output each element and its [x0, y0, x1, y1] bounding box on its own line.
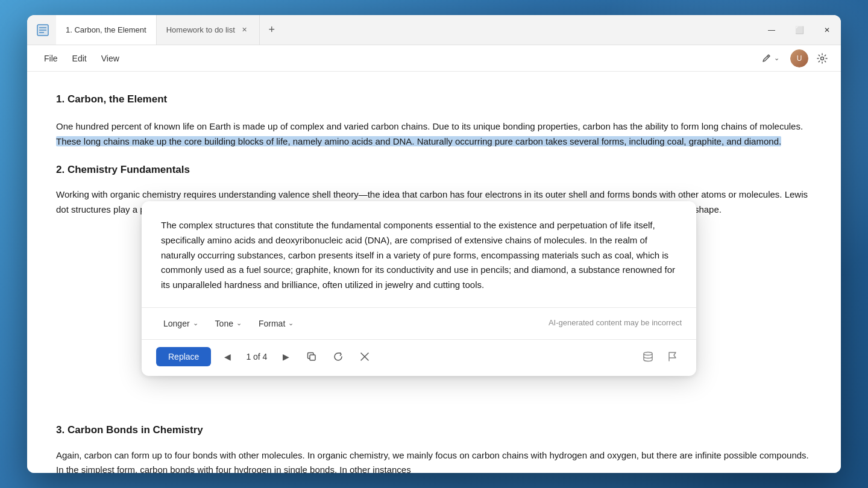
app-icon: [34, 22, 51, 39]
tone-label: Tone: [215, 319, 233, 328]
tab-carbon[interactable]: 1. Carbon, the Element: [56, 15, 157, 45]
svg-point-6: [821, 57, 824, 60]
tabs-area: 1. Carbon, the Element Homework to do li…: [56, 15, 758, 45]
doc-paragraph-1: One hundred percent of known life on Ear…: [56, 119, 812, 149]
doc-heading-1: 1. Carbon, the Element: [56, 91, 812, 107]
pen-chevron: ⌄: [774, 54, 779, 62]
doc-heading-3: 3. Carbon Bonds in Chemistry: [56, 422, 812, 438]
database-icon-btn[interactable]: [638, 347, 658, 366]
database-icon: [642, 351, 654, 363]
replace-button[interactable]: Replace: [156, 347, 211, 366]
ai-text: The complex structures that constitute t…: [161, 220, 675, 290]
suggestion-counter: 1 of 4: [244, 350, 269, 363]
close-button[interactable]: ✕: [813, 15, 841, 45]
titlebar: 1. Carbon, the Element Homework to do li…: [27, 15, 841, 45]
refresh-button[interactable]: [329, 347, 348, 366]
tab-homework-close[interactable]: ✕: [240, 25, 250, 35]
menubar: File Edit View ⌄ U: [27, 45, 841, 72]
copy-icon: [306, 351, 317, 362]
copy-button[interactable]: [302, 347, 321, 366]
doc-heading-2: 2. Chemistry Fundamentals: [56, 161, 812, 178]
longer-chevron: ⌄: [193, 319, 198, 327]
document-content[interactable]: 1. Carbon, the Element One hundred perce…: [27, 72, 841, 473]
close-ai-button[interactable]: [355, 347, 374, 366]
tab-homework-label: Homework to do list: [166, 25, 235, 34]
tone-chevron: ⌄: [236, 319, 242, 327]
menubar-right: ⌄ U: [755, 49, 831, 67]
app-window: 1. Carbon, the Element Homework to do li…: [27, 15, 841, 473]
flag-icon: [666, 351, 678, 363]
svg-rect-7: [310, 355, 315, 360]
refresh-icon: [333, 351, 344, 362]
tab-new-button[interactable]: +: [260, 15, 284, 45]
ai-toolbar: Longer ⌄ Tone ⌄ Format ⌄ AI-generated co…: [142, 307, 696, 339]
next-suggestion-button[interactable]: ▶: [277, 348, 295, 366]
menu-file[interactable]: File: [37, 50, 65, 67]
menu-edit[interactable]: Edit: [65, 50, 94, 67]
avatar[interactable]: U: [790, 49, 808, 67]
flag-icon-btn[interactable]: [662, 347, 682, 366]
minimize-button[interactable]: —: [758, 15, 785, 45]
format-label: Format: [259, 319, 285, 328]
format-chevron: ⌄: [288, 319, 294, 327]
longer-label: Longer: [163, 319, 190, 328]
window-controls: — ⬜ ✕: [758, 15, 841, 45]
tone-button[interactable]: Tone ⌄: [208, 315, 249, 332]
ai-generated-content: The complex structures that constitute t…: [142, 201, 696, 307]
close-icon: [360, 352, 370, 361]
svg-point-10: [644, 352, 652, 355]
pen-icon: [761, 53, 772, 64]
para1-highlight: These long chains make up the core build…: [56, 136, 781, 146]
right-action-icons: [638, 347, 682, 366]
svg-line-5: [767, 56, 769, 57]
ai-popup: The complex structures that constitute t…: [142, 201, 696, 376]
pen-toolbar-btn[interactable]: ⌄: [755, 49, 785, 67]
ai-actions: Replace ◀ 1 of 4 ▶: [142, 339, 696, 376]
doc-paragraph-3: Again, carbon can form up to four bonds …: [56, 448, 812, 473]
tab-homework[interactable]: Homework to do list ✕: [157, 15, 260, 45]
menu-view[interactable]: View: [94, 50, 127, 67]
prev-suggestion-button[interactable]: ◀: [218, 348, 236, 366]
ai-disclaimer: AI-generated content may be incorrect: [549, 317, 682, 330]
longer-button[interactable]: Longer ⌄: [156, 315, 206, 332]
maximize-button[interactable]: ⬜: [785, 15, 813, 45]
format-button[interactable]: Format ⌄: [251, 315, 301, 332]
avatar-image: U: [790, 49, 808, 67]
settings-icon[interactable]: [813, 49, 831, 67]
para1-start: One hundred percent of known life on Ear…: [56, 121, 803, 131]
tab-carbon-label: 1. Carbon, the Element: [66, 25, 146, 34]
